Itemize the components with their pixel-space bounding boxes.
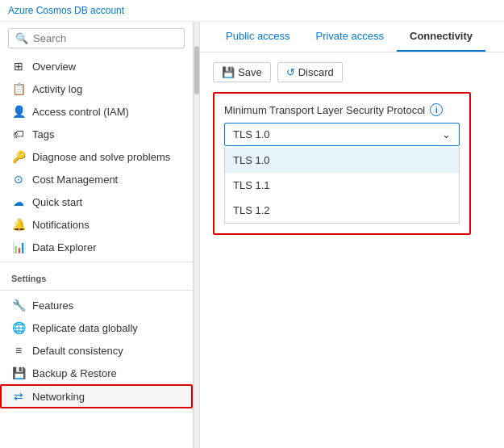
sidebar-item-label: Cost Management	[32, 174, 118, 186]
sidebar-item-label: Networking	[32, 391, 85, 403]
sidebar-item-cost[interactable]: ⊙ Cost Management	[0, 168, 193, 191]
sidebar-item-replicate[interactable]: 🌐 Replicate data globally	[0, 316, 193, 339]
sidebar-item-label: Quick start	[32, 196, 82, 208]
discard-label: Discard	[298, 66, 334, 78]
overview-icon: ⊞	[11, 60, 26, 73]
sidebar-item-activity-log[interactable]: 📋 Activity log	[0, 77, 193, 100]
sidebar-item-label: Overview	[32, 61, 76, 73]
tls-option-12[interactable]: TLS 1.2	[225, 198, 459, 223]
sidebar-item-tags[interactable]: 🏷 Tags	[0, 123, 193, 145]
sidebar-item-label: Data Explorer	[32, 241, 96, 253]
tab-public-access[interactable]: Public access	[213, 22, 302, 52]
access-control-icon: 👤	[11, 105, 26, 118]
tls-options: TLS 1.0 TLS 1.1 TLS 1.2	[224, 148, 460, 224]
toolbar: 💾 Save ↺ Discard	[213, 62, 491, 82]
sidebar-item-backup[interactable]: 💾 Backup & Restore	[0, 362, 193, 384]
sidebar-item-access-control[interactable]: 👤 Access control (IAM)	[0, 100, 193, 123]
sidebar-item-label: Replicate data globally	[32, 322, 138, 334]
networking-icon: ⇄	[11, 390, 26, 403]
search-box[interactable]: 🔍	[8, 28, 185, 48]
cost-icon: ⊙	[11, 173, 26, 186]
consistency-icon: ≡	[11, 344, 26, 357]
scrollbar[interactable]	[194, 22, 200, 448]
tls-select[interactable]: TLS 1.0 ⌄	[224, 123, 460, 146]
sidebar-item-consistency[interactable]: ≡ Default consistency	[0, 339, 193, 362]
settings-divider2	[0, 290, 193, 291]
tls-option-10[interactable]: TLS 1.0	[225, 148, 459, 173]
info-icon[interactable]: i	[430, 103, 443, 116]
sidebar-item-diagnose[interactable]: 🔑 Diagnose and solve problems	[0, 145, 193, 168]
diagnose-icon: 🔑	[11, 150, 26, 163]
tls-label: Minimum Transport Layer Security Protoco…	[224, 103, 460, 116]
features-icon: 🔧	[11, 299, 26, 312]
tags-icon: 🏷	[11, 128, 26, 140]
discard-icon: ↺	[286, 66, 295, 78]
tab-connectivity[interactable]: Connectivity	[397, 22, 485, 52]
tls-selected-value: TLS 1.0	[233, 128, 270, 140]
sidebar: 🔍 ⊞ Overview 📋 Activity log 👤 Access con…	[0, 22, 194, 448]
quickstart-icon: ☁	[11, 195, 26, 208]
sidebar-item-overview[interactable]: ⊞ Overview	[0, 55, 193, 77]
sidebar-item-label: Diagnose and solve problems	[32, 151, 170, 163]
sidebar-item-label: Activity log	[32, 83, 82, 95]
content-body: 💾 Save ↺ Discard Minimum Transport Layer…	[200, 52, 504, 245]
chevron-down-icon: ⌄	[442, 128, 451, 140]
settings-label: Settings	[0, 266, 193, 287]
activity-log-icon: 📋	[11, 82, 26, 95]
scrollbar-thumb	[194, 46, 199, 94]
sidebar-item-notifications[interactable]: 🔔 Notifications	[0, 213, 193, 236]
save-button[interactable]: 💾 Save	[213, 62, 271, 82]
sidebar-item-label: Default consistency	[32, 345, 123, 357]
tls-option-11[interactable]: TLS 1.1	[225, 173, 459, 198]
sidebar-item-label: Access control (IAM)	[32, 106, 129, 118]
search-icon: 🔍	[15, 32, 28, 44]
sidebar-item-networking[interactable]: ⇄ Networking	[0, 384, 193, 408]
backup-icon: 💾	[11, 366, 26, 379]
main-content: Public access Private access Connectivit…	[200, 22, 504, 448]
save-label: Save	[238, 66, 262, 78]
notifications-icon: 🔔	[11, 218, 26, 231]
save-icon: 💾	[222, 66, 235, 78]
tab-bar: Public access Private access Connectivit…	[200, 22, 504, 52]
sidebar-item-features[interactable]: 🔧 Features	[0, 294, 193, 316]
tab-private-access[interactable]: Private access	[302, 22, 397, 52]
sidebar-item-quickstart[interactable]: ☁ Quick start	[0, 191, 193, 213]
settings-divider	[0, 262, 193, 262]
breadcrumb: Azure Cosmos DB account	[0, 0, 504, 22]
sidebar-item-label: Tags	[32, 128, 54, 140]
breadcrumb-link[interactable]: Azure Cosmos DB account	[8, 5, 124, 16]
discard-button[interactable]: ↺ Discard	[277, 62, 343, 82]
replicate-icon: 🌐	[11, 321, 26, 334]
search-input[interactable]	[33, 32, 177, 44]
sidebar-item-label: Backup & Restore	[32, 367, 117, 379]
sidebar-item-data-explorer[interactable]: 📊 Data Explorer	[0, 236, 193, 258]
sidebar-item-label: Notifications	[32, 219, 90, 231]
data-explorer-icon: 📊	[11, 241, 26, 253]
sidebar-item-label: Features	[32, 299, 73, 312]
tls-dropdown-panel: Minimum Transport Layer Security Protoco…	[213, 92, 471, 235]
